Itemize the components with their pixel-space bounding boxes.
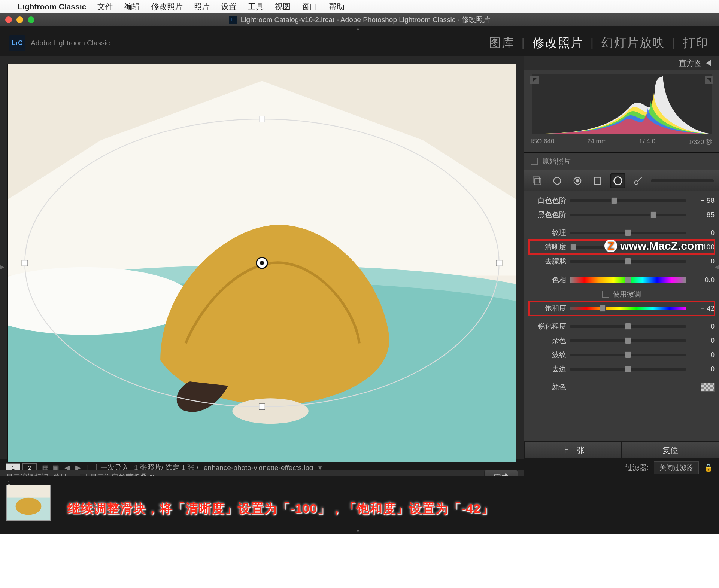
app-logo-icon: LrC — [9, 35, 25, 51]
menu-develop[interactable]: 修改照片 — [151, 1, 183, 12]
menu-app-name[interactable]: Lightroom Classic — [18, 2, 86, 11]
fine-adjust-row[interactable]: 使用微调 — [529, 289, 715, 299]
color-swatch-icon[interactable] — [701, 383, 715, 392]
menu-photo[interactable]: 照片 — [194, 1, 210, 12]
module-print[interactable]: 打印 — [683, 36, 709, 49]
left-panel-expand-handle[interactable]: ▶ — [0, 258, 4, 276]
filter-dropdown[interactable]: 关闭过滤器 — [654, 461, 699, 474]
dehaze-slider[interactable]: 去朦胧 0 — [529, 254, 715, 268]
lrc-titlebar-icon: Lr — [229, 16, 237, 24]
module-library[interactable]: 图库 — [489, 36, 515, 49]
color-row[interactable]: 颜色 — [529, 380, 715, 394]
menu-settings[interactable]: 设置 — [221, 1, 237, 12]
svg-rect-13 — [533, 177, 539, 183]
right-panel-collapse-handle[interactable]: ◀ — [715, 258, 719, 276]
redeye-tool-icon[interactable] — [570, 173, 585, 188]
saturation-slider[interactable]: 饱和度 − 42 — [529, 301, 715, 316]
hue-slider[interactable]: 色相 0.0 — [529, 273, 715, 287]
tutorial-caption: 继续调整滑块，将「清晰度」设置为「-100」，「饱和度」设置为「-42」 — [67, 500, 494, 517]
noise-slider[interactable]: 杂色 0 — [529, 333, 715, 348]
svg-rect-24 — [7, 485, 50, 498]
gradient-tool-icon[interactable] — [590, 173, 605, 188]
menu-help[interactable]: 帮助 — [329, 1, 345, 12]
histogram-title: 直方图 ◀ — [679, 58, 712, 68]
prev-photo-button[interactable]: 上一张 — [524, 441, 622, 459]
histo-shutter: 1/320 秒 — [688, 138, 712, 146]
shadow-clip-icon[interactable]: ◤ — [530, 76, 539, 84]
brush-tool-icon[interactable] — [631, 173, 646, 188]
menu-window[interactable]: 窗口 — [302, 1, 318, 12]
clarity-slider[interactable]: 清晰度 − 100 — [529, 240, 715, 254]
menu-view[interactable]: 视图 — [275, 1, 291, 12]
module-picker: 图库 | 修改照片 | 幻灯片放映 | 打印 — [488, 35, 710, 51]
panel-nav-buttons: 上一张 复位 — [524, 441, 719, 459]
svg-rect-8 — [22, 260, 28, 266]
spot-tool-icon[interactable] — [550, 173, 565, 188]
histogram[interactable]: ◤ ◥ ISO 640 24 mm f / 4.0 1/320 秒 — [524, 70, 719, 153]
svg-point-23 — [16, 497, 42, 515]
minimize-window-button[interactable] — [16, 16, 23, 23]
photo-canvas[interactable] — [7, 64, 516, 462]
local-tool-strip — [524, 170, 719, 191]
close-window-button[interactable] — [5, 16, 12, 23]
texture-slider[interactable]: 纹理 0 — [529, 226, 715, 240]
histogram-header[interactable]: 直方图 ◀ — [524, 56, 719, 70]
maximize-window-button[interactable] — [28, 16, 34, 23]
filmstrip[interactable]: 继续调整滑块，将「清晰度」设置为「-100」，「饱和度」设置为「-42」 — [0, 476, 719, 528]
radial-tool-icon[interactable] — [610, 173, 625, 188]
histo-iso: ISO 640 — [531, 138, 554, 146]
sliders-panel: 白色色阶 − 58 黑色色阶 85 纹理 0 清晰度 − 100 去朦胧 — [524, 191, 719, 441]
right-panel: 直方图 ◀ ◤ ◥ ISO 640 24 mm f / 4.0 1/320 秒 … — [524, 56, 719, 459]
window-title: Lightroom Catalog-v10-2.lrcat - Adobe Ph… — [241, 15, 490, 25]
svg-rect-18 — [595, 177, 601, 184]
crop-tool-icon[interactable] — [530, 173, 544, 188]
svg-line-21 — [638, 177, 642, 181]
menu-file[interactable]: 文件 — [97, 1, 113, 12]
canvas-column: 显示编辑标记: 总是 ▾ 显示选定的蒙版叠加 完成 — [0, 56, 524, 459]
window-titlebar: Lr Lightroom Catalog-v10-2.lrcat - Adobe… — [0, 13, 719, 26]
reset-button[interactable]: 复位 — [622, 441, 719, 459]
svg-rect-7 — [259, 404, 265, 410]
original-photo-row[interactable]: 原始照片 — [524, 153, 719, 170]
original-photo-checkbox[interactable] — [531, 158, 538, 165]
bottom-panel-collapse-handle[interactable]: ▼ — [0, 528, 719, 534]
menu-tools[interactable]: 工具 — [248, 1, 264, 12]
mac-menubar: Lightroom Classic 文件 编辑 修改照片 照片 设置 工具 视图… — [0, 0, 719, 13]
module-develop[interactable]: 修改照片 — [533, 36, 583, 49]
blacks-slider[interactable]: 黑色色阶 85 — [529, 208, 715, 222]
identity-plate-bar: LrC Adobe Lightroom Classic 图库 | 修改照片 | … — [0, 30, 719, 56]
original-photo-label: 原始照片 — [542, 156, 571, 166]
sharpness-slider[interactable]: 锐化程度 0 — [529, 319, 715, 333]
svg-point-15 — [554, 177, 561, 184]
filter-label: 过滤器: — [625, 463, 649, 473]
menu-edit[interactable]: 编辑 — [124, 1, 140, 12]
svg-rect-6 — [259, 116, 265, 122]
app-name-label: Adobe Lightroom Classic — [31, 39, 110, 47]
fine-adjust-label: 使用微调 — [613, 289, 641, 299]
svg-point-19 — [614, 177, 622, 185]
moire-slider[interactable]: 波纹 0 — [529, 348, 715, 362]
histo-aperture: f / 4.0 — [640, 138, 656, 146]
module-slideshow[interactable]: 幻灯片放映 — [601, 36, 665, 49]
fine-adjust-checkbox[interactable] — [602, 291, 609, 298]
svg-point-4 — [232, 398, 309, 424]
svg-rect-14 — [535, 179, 541, 185]
filter-lock-icon[interactable]: 🔒 — [704, 463, 713, 472]
tool-strip-slider[interactable] — [651, 179, 714, 182]
defringe-slider[interactable]: 去边 0 — [529, 362, 715, 376]
whites-slider[interactable]: 白色色阶 − 58 — [529, 194, 715, 208]
svg-point-11 — [260, 261, 264, 265]
svg-point-20 — [635, 181, 638, 184]
highlight-clip-icon[interactable]: ◥ — [705, 76, 713, 84]
svg-point-17 — [576, 179, 579, 182]
svg-rect-9 — [496, 260, 502, 266]
main-area: ▶ ◀ — [0, 56, 719, 459]
histo-focal: 24 mm — [587, 138, 607, 146]
top-panel-collapse-handle[interactable]: ▲ — [0, 26, 719, 30]
filmstrip-thumb[interactable] — [6, 485, 51, 521]
